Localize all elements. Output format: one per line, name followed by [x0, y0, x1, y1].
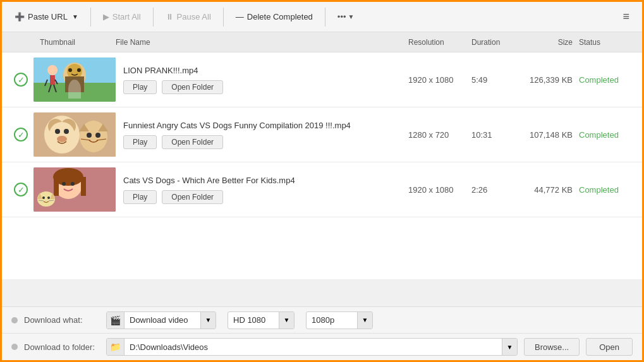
quality-select[interactable]: HD 1080 ▼ [228, 311, 295, 329]
more-dots-icon: ••• [337, 12, 346, 21]
separator-1 [90, 8, 91, 27]
th-file-name: File Name [116, 38, 408, 47]
download-type-select[interactable]: 🎬 Download video ▼ [106, 311, 216, 329]
paste-url-button[interactable]: ➕ Paste URL ▼ [8, 9, 85, 25]
row-check-3: ✓ [8, 183, 33, 196]
row-filename-1: LION PRANK!!!.mp4 [123, 66, 408, 75]
download-what-label: Download what: [24, 315, 100, 325]
svg-rect-1 [33, 83, 116, 102]
th-resolution: Resolution [408, 38, 471, 47]
start-all-label: Start All [112, 12, 141, 21]
dot-indicator-2 [11, 344, 18, 350]
thumbnail-3 [33, 167, 116, 212]
folder-dropdown-arrow[interactable]: ▼ [502, 338, 517, 356]
svg-point-7 [47, 65, 58, 75]
download-type-dropdown-arrow[interactable]: ▼ [200, 311, 216, 329]
start-all-button[interactable]: ▶ Start All [97, 9, 147, 25]
row-resolution-1: 1920 x 1080 [408, 75, 471, 85]
completed-check-icon-2: ✓ [14, 128, 28, 142]
delete-completed-button[interactable]: — Delete Completed [229, 9, 319, 25]
hamburger-menu-button[interactable]: ≡ [616, 7, 636, 27]
browse-button[interactable]: Browse... [524, 338, 580, 356]
row-duration-2: 10:31 [471, 130, 516, 140]
more-dropdown-arrow: ▼ [348, 13, 355, 20]
svg-rect-32 [81, 177, 86, 196]
download-type-value: Download video [125, 315, 200, 325]
completed-check-icon-3: ✓ [14, 183, 28, 196]
svg-point-24 [87, 133, 92, 138]
quality-value: 1080p [307, 315, 357, 325]
quality-value-select[interactable]: 1080p ▼ [306, 311, 373, 329]
completed-check-icon-1: ✓ [14, 73, 28, 87]
open-folder-button-2[interactable]: Open Folder [162, 135, 223, 149]
row-status-1: Completed [573, 75, 636, 85]
row-duration-1: 5:49 [471, 75, 516, 85]
svg-point-39 [47, 196, 50, 199]
play-button-2[interactable]: Play [123, 135, 157, 149]
row-info-1: LION PRANK!!!.mp4 Play Open Folder [116, 66, 408, 94]
open-folder-button-3[interactable]: Open Folder [162, 190, 223, 204]
open-button[interactable]: Open [586, 338, 633, 356]
more-options-button[interactable]: ••• ▼ [331, 9, 361, 25]
delete-icon: — [236, 12, 244, 21]
svg-point-25 [95, 133, 100, 138]
paste-url-label: Paste URL [28, 12, 68, 21]
quality-dropdown-arrow[interactable]: ▼ [279, 311, 294, 329]
play-button-3[interactable]: Play [123, 190, 157, 204]
row-info-3: Cats VS Dogs - Which Are Better For Kids… [116, 176, 408, 204]
svg-rect-31 [54, 177, 59, 196]
table-header: Thumbnail File Name Resolution Duration … [2, 32, 642, 52]
folder-select[interactable]: 📁 D:\Downloads\Videos ▼ [106, 338, 518, 356]
row-size-1: 126,339 KB [516, 75, 573, 85]
th-thumbnail: Thumbnail [33, 38, 116, 47]
play-icon: ▶ [103, 12, 109, 21]
svg-point-18 [55, 129, 60, 134]
row-status-2: Completed [573, 130, 636, 140]
separator-4 [325, 8, 325, 27]
quality-label: HD 1080 [228, 315, 279, 325]
row-resolution-2: 1280 x 720 [408, 130, 471, 140]
svg-rect-4 [65, 76, 84, 92]
open-folder-button-1[interactable]: Open Folder [162, 80, 223, 94]
paste-url-dropdown-arrow[interactable]: ▼ [72, 13, 78, 20]
row-size-3: 44,772 KB [516, 185, 573, 195]
svg-point-19 [64, 129, 69, 134]
download-to-label: Download to folder: [24, 342, 100, 352]
play-button-1[interactable]: Play [123, 80, 157, 94]
folder-path: D:\Downloads\Videos [125, 342, 502, 352]
pause-icon: ⏸ [166, 12, 174, 21]
hamburger-icon: ≡ [623, 10, 629, 23]
folder-icon: 📁 [107, 338, 125, 356]
row-filename-3: Cats VS Dogs - Which Are Better For Kids… [123, 176, 408, 185]
row-resolution-3: 1920 x 1080 [408, 185, 471, 195]
dot-indicator-1 [11, 317, 18, 323]
video-icon: 🎬 [110, 315, 121, 325]
svg-point-33 [62, 182, 66, 186]
row-actions-2: Play Open Folder [123, 135, 408, 149]
pause-all-button[interactable]: ⏸ Pause All [159, 9, 217, 25]
table-body: ✓ LION PRANK!!!.mp [2, 52, 642, 279]
thumbnail-1 [33, 57, 116, 102]
plus-icon: ➕ [15, 12, 25, 21]
row-status-3: Completed [573, 185, 636, 195]
th-status: Status [573, 38, 636, 47]
th-duration: Duration [471, 38, 516, 47]
row-size-2: 107,148 KB [516, 130, 573, 140]
bottom-bar: Download what: 🎬 Download video ▼ HD 108… [2, 306, 642, 360]
row-actions-3: Play Open Folder [123, 190, 408, 204]
quality-value-dropdown-arrow[interactable]: ▼ [357, 311, 372, 329]
download-to-row: Download to folder: 📁 D:\Downloads\Video… [2, 334, 642, 360]
thumbnail-2 [33, 112, 116, 157]
table-row: ✓ [2, 162, 642, 217]
row-check-2: ✓ [8, 128, 33, 142]
svg-rect-8 [50, 75, 55, 85]
row-check-1: ✓ [8, 73, 33, 87]
pause-all-label: Pause All [177, 12, 211, 21]
row-filename-2: Funniest Angry Cats VS Dogs Funny Compil… [123, 121, 408, 130]
svg-point-20 [57, 136, 67, 142]
separator-3 [223, 8, 224, 27]
svg-point-34 [71, 182, 75, 186]
th-size: Size [516, 38, 573, 47]
svg-point-5 [68, 68, 72, 72]
svg-point-6 [77, 68, 81, 72]
